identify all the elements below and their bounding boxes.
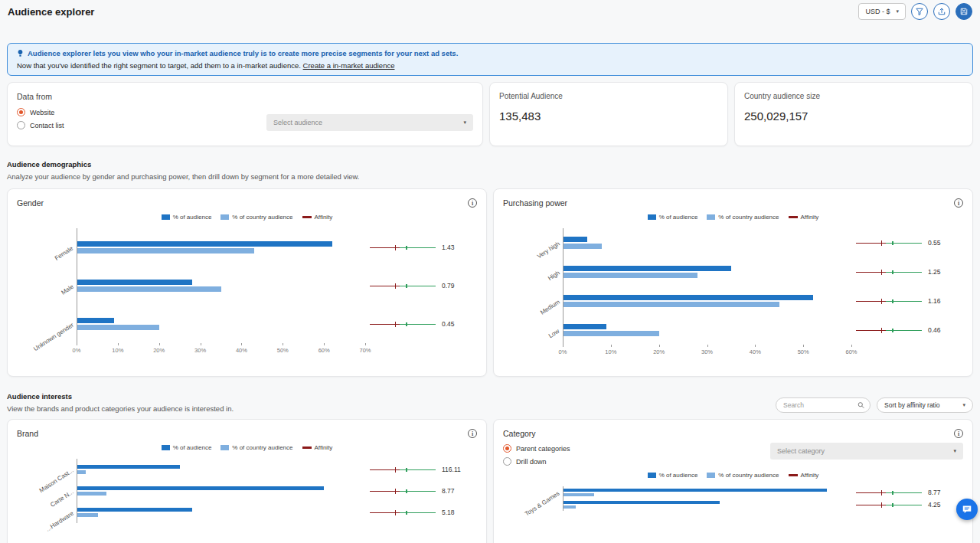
parent-categories-radio[interactable]: Parent categories <box>503 444 570 453</box>
audience-select[interactable]: Select audience ▾ <box>266 114 473 131</box>
affinity-bullet <box>370 488 436 495</box>
affinity-value: 0.46 <box>928 326 941 334</box>
save-button[interactable] <box>956 3 972 20</box>
banner-headline: Audience explorer lets you view who your… <box>17 49 963 57</box>
axis-tick-label: 20% <box>653 348 665 355</box>
category-mode-radios: Parent categories Drill down <box>503 444 570 466</box>
affinity-bullet <box>856 269 922 276</box>
info-icon[interactable]: i <box>468 198 477 208</box>
info-icon[interactable]: i <box>954 198 963 208</box>
export-button[interactable] <box>933 3 950 20</box>
affinity-tick-red <box>395 283 397 289</box>
country-bar <box>77 492 106 496</box>
legend-swatch <box>707 214 715 220</box>
axis-tickmark <box>851 345 852 347</box>
axis-tickmark <box>77 343 77 345</box>
category-label: ...Hardware <box>44 509 75 532</box>
search-box[interactable] <box>776 397 871 413</box>
affinity-bullet <box>856 502 922 509</box>
legend-item: % of audience <box>648 214 698 221</box>
bar-row: Carte N... <box>17 480 365 502</box>
currency-select[interactable]: USD - $ ▾ <box>858 3 906 20</box>
search-input[interactable] <box>783 401 858 409</box>
bar-row: Maison Cast... <box>17 459 365 480</box>
legend-label: Affinity <box>315 444 333 451</box>
affinity-tick-red <box>881 270 883 275</box>
interests-section-head: Audience interests View the brands and p… <box>7 392 234 413</box>
affinity-column: 116.118.775.18 <box>365 459 477 523</box>
info-banner: Audience explorer lets you view who your… <box>7 43 973 76</box>
filter-button[interactable] <box>911 3 928 20</box>
legend-swatch <box>789 216 798 218</box>
affinity-tick-red <box>881 328 883 333</box>
legend-label: % of audience <box>659 472 698 479</box>
chevron-down-icon: ▾ <box>953 448 956 454</box>
affinity-tick-green <box>892 270 893 274</box>
chart-plot: Maison Cast...Carte N......Hardware <box>17 459 365 523</box>
bars <box>77 267 365 305</box>
axis-tickmark <box>659 345 660 347</box>
legend-item: Affinity <box>302 214 333 221</box>
legend-label: Affinity <box>315 214 333 221</box>
demographics-charts-row: Gender i % of audience% of country audie… <box>7 188 973 377</box>
axis-tick-label: 70% <box>359 347 371 354</box>
chart-legend: % of audience% of country audienceAffini… <box>17 444 477 451</box>
legend-label: % of audience <box>173 214 212 221</box>
category-select[interactable]: Select category ▾ <box>770 443 963 460</box>
bars <box>77 480 365 502</box>
chart-plot: Toys & Games <box>503 486 851 511</box>
axis-tick-label: 0% <box>559 348 567 355</box>
gender-chart-head: Gender i <box>17 198 477 208</box>
bar-row: Unknown gender <box>17 305 365 343</box>
axis-tickmark <box>324 343 325 345</box>
interests-controls: Sort by affinity ratio ▾ <box>776 397 973 413</box>
axis-tick-label: 30% <box>701 348 713 355</box>
bars <box>77 228 365 267</box>
legend-item: % of country audience <box>707 214 779 221</box>
affinity-tick-green <box>406 468 407 472</box>
info-icon[interactable]: i <box>954 429 963 438</box>
bars <box>563 286 851 316</box>
legend-item: % of audience <box>162 444 212 451</box>
affinity-row: 8.77 <box>856 486 963 499</box>
country-bar <box>77 286 221 292</box>
affinity-column: 8.774.25 <box>851 486 963 511</box>
category-label: Low <box>547 327 560 339</box>
drill-down-radio[interactable]: Drill down <box>503 457 570 466</box>
audience-bar <box>77 486 324 490</box>
sort-select[interactable]: Sort by affinity ratio ▾ <box>877 397 973 413</box>
legend-swatch <box>302 447 312 449</box>
chart-plot: Very highHighMediumLow0%10%20%30%40%50%6… <box>503 228 851 357</box>
affinity-bullet <box>370 509 436 516</box>
affinity-row: 0.79 <box>370 267 477 305</box>
axis-tick-label: 40% <box>236 347 247 354</box>
radio-selected-icon <box>17 108 25 116</box>
interests-section-row: Audience interests View the brands and p… <box>7 392 973 413</box>
legend-swatch <box>220 445 229 450</box>
purchasing-chart-head: Purchasing power i <box>503 198 963 208</box>
legend-swatch <box>707 473 715 478</box>
axis-tickmark <box>611 345 612 347</box>
axis-tickmark <box>707 345 708 347</box>
create-audience-link[interactable]: Create a in-market audience <box>303 61 395 70</box>
affinity-seg-green <box>886 243 922 244</box>
potential-audience-card: Potential Audience 135,483 <box>489 82 728 146</box>
legend-swatch <box>648 473 656 478</box>
affinity-seg-green <box>400 324 436 325</box>
country-audience-card: Country audience size 250,029,157 <box>734 82 973 146</box>
chat-button[interactable] <box>956 499 978 520</box>
category-chart-card: Category i Parent categories Drill down <box>493 419 973 543</box>
affinity-bullet <box>370 283 436 289</box>
bars <box>77 502 365 523</box>
affinity-tick-green <box>406 511 407 515</box>
affinity-tick-red <box>881 490 883 496</box>
info-icon[interactable]: i <box>468 429 477 438</box>
search-icon <box>858 401 864 409</box>
category-label-wrap: ...Hardware <box>17 509 77 516</box>
bar-row <box>503 499 851 511</box>
legend-item: % of audience <box>162 214 212 221</box>
country-bar <box>77 470 86 474</box>
summary-cards-row: Data from Website Contact list Select au… <box>7 82 973 146</box>
bars <box>563 499 851 511</box>
category-label-wrap: Toys & Games <box>503 489 563 496</box>
